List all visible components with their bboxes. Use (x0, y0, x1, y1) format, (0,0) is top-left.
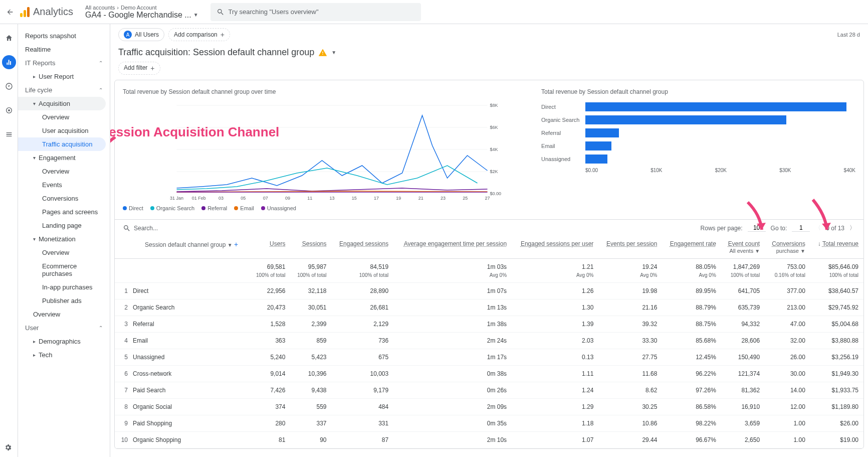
sidebar-item-demographics[interactable]: ▸Demographics (18, 335, 110, 348)
chevron-down-icon[interactable]: ▼ (331, 50, 336, 55)
svg-text:21: 21 (418, 196, 423, 201)
warning-icon[interactable] (318, 48, 327, 57)
chart-legend: DirectOrganic SearchReferralEmailUnassig… (123, 205, 531, 211)
breadcrumb-all: All accounts (85, 5, 115, 11)
table-row[interactable]: 7Paid Search7,4269,4389,1790m 26s1.248.6… (115, 382, 863, 399)
sidebar-item-snapshot[interactable]: Reports snapshot (18, 29, 110, 43)
admin-gear[interactable] (4, 443, 12, 453)
col-engaged-per-user[interactable]: Engaged sessions per user (512, 236, 598, 259)
report-card: Total revenue by Session default channel… (114, 80, 864, 449)
rail-advertising[interactable] (2, 103, 16, 117)
sidebar-item-inapp[interactable]: In-app purchases (18, 280, 110, 294)
sidebar: Reports snapshot Realtime IT Reports⌃ ▸U… (18, 24, 110, 457)
bar-fill[interactable] (585, 115, 786, 124)
col-engaged-sessions[interactable]: Engaged sessions (332, 236, 394, 259)
back-button[interactable] (4, 6, 16, 18)
legend-item[interactable]: Organic Search (150, 205, 194, 211)
svg-text:$0.00: $0.00 (490, 191, 502, 196)
sidebar-item-acq-overview[interactable]: Overview (18, 110, 110, 124)
sidebar-item-eng-overview[interactable]: Overview (18, 165, 110, 178)
col-users[interactable]: Users (249, 236, 290, 259)
sidebar-item-publisher-ads[interactable]: Publisher ads (18, 294, 110, 308)
bar-fill[interactable] (585, 155, 607, 164)
sidebar-section-user[interactable]: User⌃ (18, 321, 110, 335)
table-row[interactable]: 1Direct22,95632,11828,8901m 07s1.2619.98… (115, 283, 863, 299)
pager-prev[interactable]: 〈 (815, 224, 821, 232)
col-event-count[interactable]: Event countAll events ▼ (721, 236, 765, 259)
sidebar-section-lifecycle[interactable]: Life cycle⌃ (18, 83, 110, 97)
sidebar-item-landing[interactable]: Landing page (18, 219, 110, 232)
table-row[interactable]: 8Organic Social3745594842m 09s1.2930.258… (115, 399, 863, 415)
col-total-revenue[interactable]: ↓ Total revenue (810, 236, 863, 259)
sidebar-item-conversions[interactable]: Conversions (18, 192, 110, 205)
bar-row: Unassigned (541, 153, 855, 166)
sidebar-item-user-acquisition[interactable]: User acquisition (18, 124, 110, 137)
goto-label: Go to: (771, 225, 787, 232)
table-row[interactable]: 3Referral1,5282,3992,1291m 38s1.3939.328… (115, 316, 863, 333)
add-filter-chip[interactable]: Add filter+ (118, 62, 160, 75)
sidebar-section-it[interactable]: IT Reports⌃ (18, 56, 110, 70)
table-search[interactable]: Search... (123, 224, 697, 232)
table-row[interactable]: 5Unassigned5,2405,4236751m 17s0.1327.751… (115, 349, 863, 366)
legend-item[interactable]: Referral (201, 205, 227, 211)
search-icon (123, 224, 131, 232)
bar-fill[interactable] (585, 102, 846, 111)
chip-add-comparison[interactable]: Add comparison+ (168, 28, 230, 41)
breadcrumb: All accounts › Demo Account (85, 5, 198, 11)
plus-icon: + (150, 64, 154, 72)
triangle-right-icon: ▸ (33, 74, 36, 79)
bar-fill[interactable] (585, 141, 611, 150)
dimension-value: Cross-network (133, 370, 171, 377)
line-chart-canvas: $8K$6K$4K$2K$0.0031 Jan01 Feb03050709111… (123, 100, 531, 201)
sidebar-item-pages[interactable]: Pages and screens (18, 205, 110, 219)
bar-label: Email (541, 143, 581, 149)
dimension-header[interactable]: Session default channel group ▼ + (115, 236, 249, 259)
search-icon (216, 8, 225, 16)
table-row[interactable]: 9Paid Shopping2803373310m 35s1.1810.8698… (115, 415, 863, 432)
rail-explore[interactable] (2, 79, 16, 93)
bar-label: Referral (541, 130, 581, 136)
col-conversions[interactable]: Conversionspurchase ▼ (765, 236, 810, 259)
sidebar-item-tech[interactable]: ▸Tech (18, 348, 110, 362)
bar-row: Email (541, 139, 855, 153)
rail-reports[interactable] (2, 55, 16, 69)
sidebar-item-overview[interactable]: Overview (18, 308, 110, 321)
legend-item[interactable]: Unassigned (261, 205, 296, 211)
chevron-up-icon: ⌃ (99, 87, 103, 93)
date-range-label[interactable]: Last 28 d (837, 32, 860, 38)
sidebar-item-engagement[interactable]: ▾Engagement (18, 151, 110, 165)
triangle-down-icon: ▾ (33, 155, 36, 161)
dimension-value: Paid Search (133, 387, 165, 394)
sidebar-item-monetization[interactable]: ▾Monetization (18, 232, 110, 246)
rail-configure[interactable] (2, 127, 16, 141)
sidebar-item-traffic-acquisition[interactable]: Traffic acquisition (18, 137, 106, 151)
svg-text:17: 17 (374, 196, 379, 201)
table-row[interactable]: 2Organic Search20,47330,05126,6811m 13s1… (115, 299, 863, 316)
col-engagement-rate[interactable]: Engagement rate (662, 236, 721, 259)
sidebar-item-acquisition[interactable]: ▾Acquisition (18, 97, 106, 110)
col-events-per-session[interactable]: Events per session (598, 236, 662, 259)
sidebar-item-realtime[interactable]: Realtime (18, 43, 110, 56)
table-row[interactable]: 4Email3638597362m 24s2.0333.3085.68%28,6… (115, 333, 863, 349)
pager: Rows per page: Go to: 〈 0 of 13 〉 (701, 224, 855, 232)
sidebar-item-ecommerce[interactable]: Ecommerce purchases (18, 259, 110, 280)
sidebar-item-events[interactable]: Events (18, 178, 110, 192)
search-box[interactable]: Try searching "Users overview" (210, 3, 421, 21)
plus-icon[interactable]: + (234, 240, 238, 248)
sidebar-item-user-report[interactable]: ▸User Report (18, 70, 110, 83)
account-switcher[interactable]: All accounts › Demo Account GA4 - Google… (85, 5, 198, 20)
legend-item[interactable]: Email (234, 205, 254, 211)
col-sessions[interactable]: Sessions (290, 236, 331, 259)
chip-all-users[interactable]: AAll Users (118, 28, 164, 41)
goto-input[interactable] (792, 224, 810, 232)
table-row[interactable]: 10Organic Shopping8190872m 10s1.0729.449… (115, 432, 863, 448)
col-avg-engagement[interactable]: Average engagement time per session (393, 236, 512, 259)
table-row[interactable]: 6Cross-network9,01410,39610,0030m 38s1.1… (115, 366, 863, 382)
legend-item[interactable]: Direct (123, 205, 143, 211)
rail-home[interactable] (2, 31, 16, 45)
bar-fill[interactable] (585, 128, 619, 137)
pager-next[interactable]: 〉 (849, 224, 855, 232)
bar-chart: Total revenue by Session default channel… (541, 88, 855, 211)
sidebar-item-mon-overview[interactable]: Overview (18, 246, 110, 259)
rows-per-page-input[interactable] (748, 224, 766, 232)
